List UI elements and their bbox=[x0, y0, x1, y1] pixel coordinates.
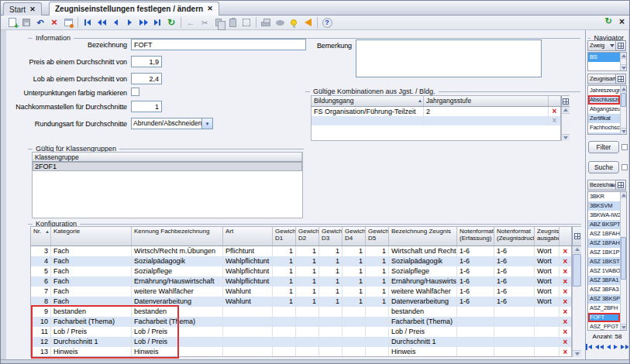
gewicht-d2-cell[interactable]: 1 bbox=[296, 256, 319, 266]
gewicht-d2-cell[interactable]: 1 bbox=[296, 246, 319, 256]
art-cell[interactable] bbox=[223, 327, 273, 337]
paste-icon[interactable] bbox=[225, 16, 239, 29]
nr-cell[interactable]: 4 bbox=[31, 256, 51, 266]
notification-horn-icon[interactable] bbox=[301, 16, 315, 29]
gewicht-d2-cell[interactable] bbox=[296, 337, 319, 347]
delete-row-icon[interactable] bbox=[559, 337, 572, 347]
save-icon[interactable] bbox=[19, 16, 33, 29]
art-cell[interactable] bbox=[223, 337, 273, 347]
nr-cell[interactable]: 12 bbox=[31, 337, 51, 347]
list-item[interactable]: BS bbox=[588, 53, 620, 62]
zeugnisart-scrollbar[interactable] bbox=[620, 86, 626, 134]
print-icon[interactable] bbox=[259, 16, 273, 29]
notenformat-erfassung-cell[interactable]: 1-6 bbox=[457, 297, 494, 307]
notenformat-zeugnisdruck-cell[interactable] bbox=[494, 327, 535, 337]
gewicht-d3-cell[interactable] bbox=[319, 307, 343, 317]
list-item[interactable]: Abgangszeugnis bbox=[588, 105, 620, 114]
nav-first-icon[interactable] bbox=[81, 16, 95, 29]
table-row[interactable]: 5 Fach Sozialpflege Wahlpflichtunt 1 1 1… bbox=[31, 266, 571, 276]
notenformat-erfassung-cell[interactable]: 1-6 bbox=[457, 287, 494, 297]
notenformat-zeugnisdruck-cell[interactable] bbox=[494, 307, 535, 317]
gewicht-d5-cell[interactable]: 1 bbox=[366, 287, 389, 297]
gewicht-d1-cell[interactable] bbox=[273, 347, 296, 357]
column-chooser-button[interactable] bbox=[616, 40, 626, 51]
delete-row-icon[interactable] bbox=[559, 297, 572, 307]
tab-close-icon[interactable]: ✕ bbox=[29, 6, 36, 13]
bezeichnung-zeugnis-cell[interactable]: weitere Wahlfächer bbox=[389, 287, 457, 297]
column-header-nr[interactable]: Nr. bbox=[31, 227, 51, 246]
gewicht-d3-cell[interactable]: 1 bbox=[319, 287, 343, 297]
table-row[interactable]: 12 Durchschnitt 1 Lob / Preis Durchschni… bbox=[31, 337, 571, 347]
table-row[interactable] bbox=[312, 116, 560, 125]
kennung-cell[interactable]: Lob / Preis bbox=[132, 327, 223, 337]
notenformat-erfassung-cell[interactable]: 1-6 bbox=[457, 246, 494, 256]
gewicht-d3-cell[interactable] bbox=[319, 317, 343, 327]
bezeichnung-zeugnis-cell[interactable]: Facharbeit (Thema) bbox=[389, 317, 457, 327]
tab-zeugniseinstellungen[interactable]: Zeugniseinstellungen festlegen / ändern … bbox=[49, 2, 219, 15]
list-item[interactable]: ASZ 1BFAHT_1 bbox=[588, 239, 620, 248]
list-item[interactable]: 3BKR bbox=[588, 192, 620, 201]
nr-cell[interactable]: 6 bbox=[31, 276, 51, 287]
kennung-cell[interactable]: Sozialpädagogik bbox=[132, 256, 223, 266]
delete-row-icon[interactable] bbox=[559, 276, 572, 287]
gewicht-d3-cell[interactable] bbox=[319, 327, 343, 337]
bezeichnung-zeugnis-cell[interactable]: bestanden bbox=[389, 307, 457, 317]
kategorie-cell[interactable]: Fach bbox=[51, 276, 132, 287]
gewicht-d5-cell[interactable] bbox=[366, 307, 389, 317]
table-row[interactable]: 10 Facharbeit (Thema) Facharbeit (Thema)… bbox=[31, 317, 571, 327]
zeugnisausgabe-cell[interactable] bbox=[535, 327, 559, 337]
hint-bulb-icon[interactable] bbox=[287, 16, 301, 29]
gewicht-d5-cell[interactable]: 1 bbox=[366, 266, 389, 276]
new-record-icon[interactable] bbox=[5, 16, 19, 29]
gewicht-d1-cell[interactable] bbox=[273, 317, 296, 327]
column-chooser-button[interactable] bbox=[572, 227, 581, 246]
zweig-scrollbar[interactable] bbox=[620, 53, 626, 70]
notenformat-erfassung-cell[interactable] bbox=[457, 317, 494, 327]
kategorie-cell[interactable]: Fach bbox=[51, 246, 132, 256]
nav-first-icon[interactable] bbox=[586, 344, 592, 350]
list-item[interactable]: Abschlusszeugnis bbox=[588, 95, 620, 105]
scroll-down-icon[interactable] bbox=[621, 324, 626, 330]
table-row[interactable]: 2FOF1 bbox=[33, 162, 302, 171]
bezeichnung-scrollbar[interactable] bbox=[620, 192, 626, 330]
filter-checkbox[interactable] bbox=[621, 144, 628, 150]
nr-cell[interactable]: 9 bbox=[31, 307, 51, 317]
table-row[interactable]: 6 Fach Ernährung/Hauswirtschaft Wahlpfli… bbox=[31, 276, 571, 287]
zeugnisausgabe-cell[interactable] bbox=[535, 307, 559, 317]
column-chooser-button[interactable] bbox=[561, 96, 570, 106]
table-row[interactable]: 13 Hinweis Hinweis Hinweis bbox=[31, 347, 571, 357]
nav-prev-fast-icon[interactable] bbox=[595, 344, 604, 350]
art-cell[interactable]: Wahlunt bbox=[223, 287, 273, 297]
gewicht-d4-cell[interactable]: 1 bbox=[343, 297, 366, 307]
gewicht-d1-cell[interactable]: 1 bbox=[273, 276, 296, 287]
column-chooser-button[interactable] bbox=[616, 180, 626, 191]
zeugnisausgabe-cell[interactable]: Wort bbox=[535, 297, 559, 307]
list-item[interactable]: ASZ 1BK1P bbox=[588, 248, 620, 257]
nav-prev-icon[interactable] bbox=[108, 16, 122, 29]
list-item[interactable]: ASZ 1BFAHT bbox=[588, 229, 620, 239]
zeugnisausgabe-cell[interactable]: Wort bbox=[535, 287, 559, 297]
notenformat-erfassung-cell[interactable]: 1-6 bbox=[457, 256, 494, 266]
gewicht-d4-cell[interactable]: 1 bbox=[343, 266, 366, 276]
column-header-klassengruppe[interactable]: Klassengruppe bbox=[33, 153, 302, 161]
jahrgangsstufe-cell[interactable]: 2 bbox=[424, 107, 549, 116]
kategorie-cell[interactable]: Hinweis bbox=[51, 347, 132, 357]
undo-icon[interactable]: ↶ bbox=[33, 16, 47, 29]
scrollbar-thumb[interactable] bbox=[621, 93, 626, 107]
art-cell[interactable] bbox=[223, 317, 273, 327]
gewicht-d4-cell[interactable]: 1 bbox=[343, 287, 366, 297]
delete-row-icon[interactable] bbox=[559, 327, 572, 337]
gewicht-d1-cell[interactable]: 1 bbox=[273, 246, 296, 256]
notenformat-zeugnisdruck-cell[interactable] bbox=[494, 337, 535, 347]
bildungsgang-cell[interactable] bbox=[312, 116, 424, 125]
bezeichnung-zeugnis-cell[interactable]: Lob / Preis bbox=[389, 327, 457, 337]
gewicht-d2-cell[interactable]: 1 bbox=[296, 297, 319, 307]
gewicht-d5-cell[interactable] bbox=[366, 337, 389, 347]
gewicht-d1-cell[interactable] bbox=[273, 307, 296, 317]
bezeichnung-zeugnis-cell[interactable]: Ernährung/Hauswirtschaft bbox=[389, 276, 457, 287]
gewicht-d1-cell[interactable]: 1 bbox=[273, 256, 296, 266]
close-panel-icon[interactable]: × bbox=[619, 17, 625, 26]
column-header-jahrgangsstufe[interactable]: Jahrgangsstufe bbox=[424, 96, 549, 106]
table-row[interactable]: 11 Lob / Preis Lob / Preis Lob / Preis bbox=[31, 327, 571, 337]
gewicht-d3-cell[interactable] bbox=[319, 337, 343, 347]
